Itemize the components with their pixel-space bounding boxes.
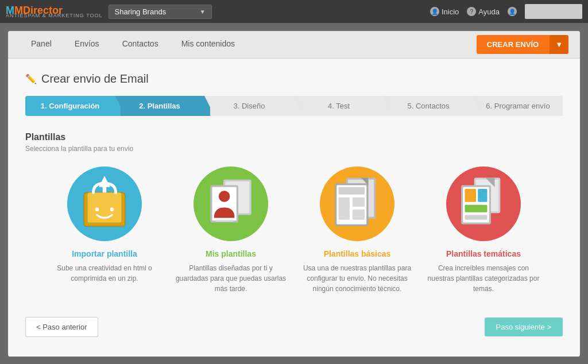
tematicas-icon bbox=[446, 166, 521, 241]
step-test[interactable]: 4. Test bbox=[294, 96, 384, 116]
crear-envio-button[interactable]: CREAR ENVÍO bbox=[477, 35, 549, 54]
section-title: Plantillas bbox=[25, 132, 563, 142]
crear-envio-dropdown-button[interactable]: ▼ bbox=[549, 35, 568, 54]
inicio-label: Inicio bbox=[442, 7, 459, 16]
svg-point-2 bbox=[95, 208, 99, 212]
svg-rect-10 bbox=[215, 220, 234, 222]
template-card-mis[interactable]: Mis plantillas Plantillas diseñadas por … bbox=[173, 166, 288, 294]
inicio-icon: 👤 bbox=[430, 7, 439, 16]
svg-rect-24 bbox=[465, 189, 477, 202]
importar-title: Importar plantilla bbox=[72, 249, 137, 258]
svg-marker-4 bbox=[99, 176, 110, 192]
tematicas-desc: Crea increíbles mensajes con nuestras pl… bbox=[426, 263, 541, 294]
sub-navigation: Panel Envíos Contactos Mis contenidos CR… bbox=[8, 31, 580, 59]
nav-mis-contenidos[interactable]: Mis contenidos bbox=[170, 31, 246, 58]
mis-plantillas-icon bbox=[194, 166, 268, 241]
top-navigation: MMDirector ANTIESPAM & MARKETING TOOL Sh… bbox=[0, 0, 588, 23]
next-button[interactable]: Paso siguiente > bbox=[485, 317, 563, 336]
step-diseno[interactable]: 3. Diseño bbox=[204, 96, 294, 116]
step-contactos[interactable]: 5. Contactos bbox=[384, 96, 473, 116]
user-icon: 👤 bbox=[508, 7, 517, 16]
brand-dropdown[interactable]: Sharing Brands ▼ bbox=[109, 5, 212, 19]
svg-point-9 bbox=[219, 191, 230, 202]
svg-rect-17 bbox=[353, 198, 365, 207]
content-card: Panel Envíos Contactos Mis contenidos CR… bbox=[8, 31, 580, 357]
logo-sub: ANTIESPAM & MARKETING TOOL bbox=[6, 13, 103, 18]
steps-row: 1. Configuración 2. Plantillas 3. Diseño… bbox=[25, 96, 563, 116]
top-nav-right: 👤 Inicio ? Ayuda 👤 bbox=[430, 4, 582, 19]
page-wrapper: Panel Envíos Contactos Mis contenidos CR… bbox=[0, 23, 588, 364]
nav-panel[interactable]: Panel bbox=[20, 31, 63, 58]
template-card-basicas[interactable]: Plantillas básicas Usa una de nuestras p… bbox=[300, 166, 415, 294]
mis-desc: Plantillas diseñadas por ti y guardadas … bbox=[173, 263, 288, 294]
svg-rect-16 bbox=[339, 198, 350, 220]
template-card-tematicas[interactable]: Plantillas temáticas Crea increíbles men… bbox=[426, 166, 541, 294]
step-configuracion[interactable]: 1. Configuración bbox=[25, 96, 115, 116]
nav-contactos[interactable]: Contactos bbox=[111, 31, 170, 58]
svg-rect-18 bbox=[353, 210, 365, 220]
ayuda-icon: ? bbox=[467, 7, 476, 16]
top-nav-left: MMDirector ANTIESPAM & MARKETING TOOL Sh… bbox=[6, 5, 212, 19]
page-title: Crear envio de Email bbox=[41, 72, 149, 86]
step-programar[interactable]: 6. Programar envío bbox=[473, 96, 563, 116]
svg-rect-15 bbox=[339, 187, 365, 195]
prev-button[interactable]: < Paso anterior bbox=[25, 317, 98, 337]
step-plantillas[interactable]: 2. Plantillas bbox=[115, 96, 204, 116]
brand-name: Sharing Brands bbox=[115, 7, 167, 16]
basicas-icon bbox=[320, 166, 394, 241]
svg-point-3 bbox=[110, 208, 114, 212]
inicio-link[interactable]: 👤 Inicio bbox=[430, 7, 459, 16]
basicas-circle bbox=[320, 166, 394, 241]
inner-content: ✏️ Crear envio de Email 1. Configuración… bbox=[8, 59, 580, 357]
logo-block: MMDirector ANTIESPAM & MARKETING TOOL bbox=[6, 5, 103, 18]
basicas-title: Plantillas básicas bbox=[324, 249, 391, 258]
svg-rect-26 bbox=[465, 205, 488, 212]
user-box bbox=[525, 4, 582, 19]
importar-icon bbox=[67, 166, 142, 241]
logo-area: MMDirector ANTIESPAM & MARKETING TOOL bbox=[6, 5, 103, 18]
ayuda-link[interactable]: ? Ayuda bbox=[467, 7, 500, 16]
dropdown-arrow-icon: ▼ bbox=[200, 9, 206, 15]
importar-circle bbox=[67, 166, 142, 241]
ayuda-label: Ayuda bbox=[478, 7, 500, 16]
svg-rect-25 bbox=[478, 189, 487, 202]
template-cards-row: Importar plantilla Sube una creatividad … bbox=[25, 166, 563, 294]
mis-circle bbox=[194, 166, 268, 241]
section-subtitle: Selecciona la plantilla para tu envio bbox=[25, 145, 563, 153]
page-title-row: ✏️ Crear envio de Email bbox=[25, 72, 563, 86]
mis-title: Mis plantillas bbox=[206, 249, 256, 258]
svg-rect-27 bbox=[465, 215, 488, 220]
pencil-icon: ✏️ bbox=[25, 73, 37, 84]
tematicas-title: Plantillas temáticas bbox=[446, 249, 521, 258]
crear-envio-group: CREAR ENVÍO ▼ bbox=[477, 35, 568, 54]
tematicas-circle bbox=[446, 166, 521, 241]
bottom-row: < Paso anterior Paso siguiente > bbox=[25, 311, 563, 343]
nav-envios[interactable]: Envíos bbox=[63, 31, 111, 58]
basicas-desc: Usa una de nuestras plantillas para conf… bbox=[300, 263, 415, 294]
template-card-importar[interactable]: Importar plantilla Sube una creatividad … bbox=[47, 166, 162, 294]
user-avatar-icon: 👤 bbox=[508, 7, 517, 16]
importar-desc: Sube una creatividad en html o comprimid… bbox=[47, 263, 162, 284]
sub-nav-links: Panel Envíos Contactos Mis contenidos bbox=[20, 31, 246, 58]
